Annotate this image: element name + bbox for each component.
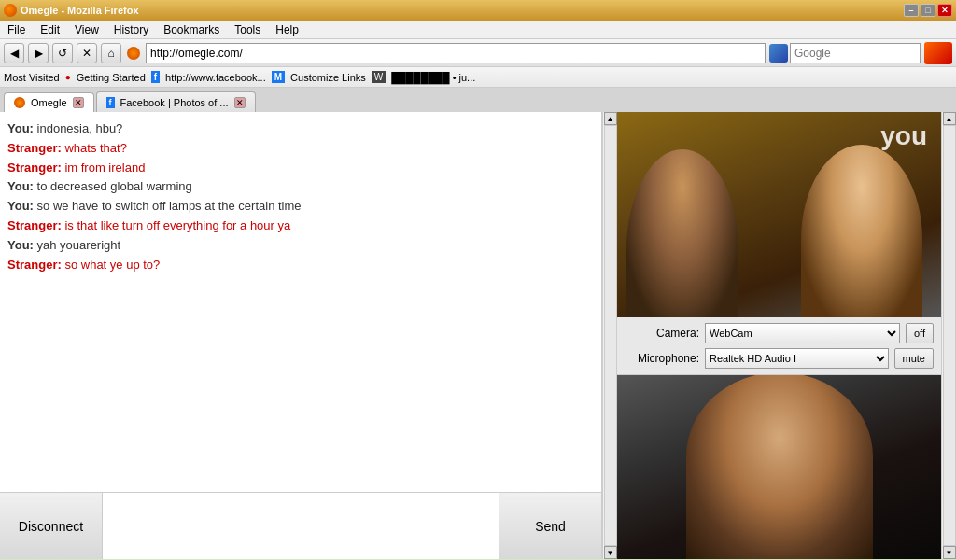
scroll-down-arrow[interactable]: ▼ bbox=[604, 546, 617, 559]
tab-facebook[interactable]: f Facebook | Photos of ... ✕ bbox=[96, 91, 256, 112]
mic-mute-button[interactable]: mute bbox=[894, 348, 934, 369]
getting-started-icon: ● bbox=[65, 72, 71, 82]
msg-text-2: whats that? bbox=[64, 141, 127, 155]
speaker-stranger-8: Stranger: bbox=[7, 258, 62, 272]
bookmark-customize[interactable]: Customize Links bbox=[290, 72, 366, 83]
camera-off-button[interactable]: off bbox=[906, 323, 934, 343]
msg-text-4: to decreased global warming bbox=[37, 179, 192, 193]
mic-row: Microphone: Realtek HD Audio I mute bbox=[625, 348, 934, 369]
bookmark-blurred[interactable]: ████████ • ju... bbox=[391, 72, 475, 83]
person-silhouette-2 bbox=[801, 145, 922, 317]
titlebar: Omegle - Mozilla Firefox – □ ✕ bbox=[0, 0, 956, 21]
person-silhouette-1 bbox=[626, 149, 738, 317]
forward-button[interactable]: ▶ bbox=[28, 43, 49, 63]
titlebar-left: Omegle - Mozilla Firefox bbox=[4, 4, 139, 17]
disconnect-button[interactable]: Disconnect bbox=[0, 493, 103, 559]
facebook-icon-2: M bbox=[272, 71, 285, 83]
window-title: Omegle - Mozilla Firefox bbox=[21, 5, 139, 16]
bookmarks-bar: Most Visited ● Getting Started f http://… bbox=[0, 67, 956, 88]
minimize-button[interactable]: – bbox=[904, 4, 919, 17]
menu-history[interactable]: History bbox=[110, 23, 152, 36]
right-scrollbar[interactable]: ▲ ▼ bbox=[941, 112, 956, 559]
chat-message-4: You: to decreased global warming bbox=[7, 177, 594, 197]
menu-bookmarks[interactable]: Bookmarks bbox=[160, 23, 223, 36]
msg-text-7: yah youareright bbox=[37, 238, 121, 252]
close-button[interactable]: ✕ bbox=[937, 4, 952, 17]
speaker-you-7: You: bbox=[7, 238, 34, 252]
search-input[interactable] bbox=[790, 43, 921, 63]
facebook-favicon: f bbox=[106, 97, 115, 108]
wp-icon: W bbox=[372, 71, 386, 83]
menu-view[interactable]: View bbox=[71, 23, 103, 36]
speaker-stranger-3: Stranger: bbox=[7, 161, 62, 175]
chat-message-1: You: indonesia, hbu? bbox=[7, 119, 594, 139]
chat-input-area: Disconnect Send bbox=[0, 492, 601, 559]
video-controls: Camera: WebCam off Microphone: Realtek H… bbox=[617, 317, 941, 375]
message-input[interactable] bbox=[103, 493, 499, 559]
menu-edit[interactable]: Edit bbox=[36, 23, 63, 36]
home-button[interactable]: ⌂ bbox=[101, 43, 121, 63]
camera-label: Camera: bbox=[625, 327, 699, 340]
bookmark-getting-started[interactable]: Getting Started bbox=[77, 72, 146, 83]
msg-text-6: is that like turn off everything for a h… bbox=[64, 218, 290, 232]
chat-message-8: Stranger: so what ye up to? bbox=[7, 256, 594, 275]
speaker-stranger-2: Stranger: bbox=[7, 141, 62, 155]
tab-facebook-label: Facebook | Photos of ... bbox=[120, 97, 229, 108]
right-scroll-track[interactable] bbox=[943, 125, 956, 546]
search-area bbox=[769, 43, 921, 63]
chat-panel: You: indonesia, hbu? Stranger: whats tha… bbox=[0, 112, 602, 559]
right-scroll-up[interactable]: ▲ bbox=[943, 112, 956, 125]
maximize-button[interactable]: □ bbox=[921, 4, 935, 17]
chat-message-6: Stranger: is that like turn off everythi… bbox=[7, 217, 594, 236]
tabbar: Omegle ✕ f Facebook | Photos of ... ✕ bbox=[0, 88, 956, 112]
stop-button[interactable]: ✕ bbox=[77, 43, 97, 63]
stranger-silhouette bbox=[686, 375, 873, 559]
msg-text-3: im from ireland bbox=[64, 161, 145, 175]
menubar: File Edit View History Bookmarks Tools H… bbox=[0, 21, 956, 39]
mic-label: Microphone: bbox=[625, 352, 699, 365]
address-bar[interactable] bbox=[146, 43, 766, 63]
speaker-stranger-6: Stranger: bbox=[7, 218, 62, 232]
content-area: You: indonesia, hbu? Stranger: whats tha… bbox=[0, 112, 956, 559]
scroll-track[interactable] bbox=[604, 125, 617, 546]
tab-omegle[interactable]: Omegle ✕ bbox=[4, 92, 94, 113]
stranger-feed bbox=[617, 375, 941, 559]
chat-message-5: You: so we have to switch off lamps at t… bbox=[7, 197, 594, 217]
camera-row: Camera: WebCam off bbox=[625, 323, 934, 343]
chat-message-2: Stranger: whats that? bbox=[7, 139, 594, 159]
bookmark-most-visited[interactable]: Most Visited bbox=[4, 72, 60, 83]
chat-messages: You: indonesia, hbu? Stranger: whats tha… bbox=[0, 112, 601, 492]
mic-select[interactable]: Realtek HD Audio I bbox=[705, 348, 889, 369]
tab-omegle-label: Omegle bbox=[31, 97, 67, 108]
main-scrollbar[interactable]: ▲ ▼ bbox=[602, 112, 617, 559]
back-button[interactable]: ◀ bbox=[4, 43, 24, 63]
you-video-label: you bbox=[880, 121, 927, 151]
scroll-up-arrow[interactable]: ▲ bbox=[604, 112, 617, 125]
titlebar-controls: – □ ✕ bbox=[904, 4, 952, 17]
send-button[interactable]: Send bbox=[499, 493, 601, 559]
chat-message-7: You: yah youareright bbox=[7, 236, 594, 256]
bookmark-facebook[interactable]: http://www.facebook... bbox=[165, 72, 266, 83]
right-scroll-down[interactable]: ▼ bbox=[943, 546, 956, 559]
tab-facebook-close[interactable]: ✕ bbox=[234, 97, 246, 108]
menu-file[interactable]: File bbox=[4, 23, 29, 36]
browser-icon bbox=[127, 47, 140, 60]
your-video: you bbox=[617, 112, 941, 317]
firefox-icon bbox=[4, 4, 17, 17]
chat-message-3: Stranger: im from ireland bbox=[7, 159, 594, 178]
stranger-video bbox=[617, 375, 941, 559]
facebook-icon-bookmark: f bbox=[151, 71, 160, 83]
msg-text-5: so we have to switch off lamps at the ce… bbox=[37, 199, 302, 213]
google-icon bbox=[769, 44, 788, 63]
msg-text-8: so what ye up to? bbox=[64, 258, 160, 272]
camera-select[interactable]: WebCam bbox=[705, 323, 900, 343]
msg-text-1: indonesia, hbu? bbox=[37, 121, 123, 135]
speaker-you-1: You: bbox=[7, 121, 34, 135]
reload-button[interactable]: ↺ bbox=[52, 43, 73, 63]
menu-help[interactable]: Help bbox=[272, 23, 302, 36]
menu-tools[interactable]: Tools bbox=[231, 23, 264, 36]
addon-icon bbox=[924, 42, 952, 64]
tab-omegle-close[interactable]: ✕ bbox=[73, 97, 84, 108]
omegle-favicon bbox=[14, 97, 25, 108]
speaker-you-4: You: bbox=[7, 179, 34, 193]
